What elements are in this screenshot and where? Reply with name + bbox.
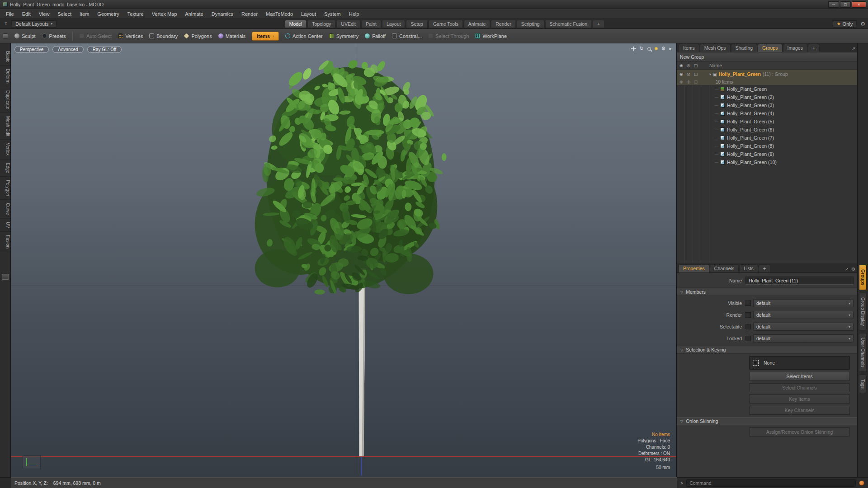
layout-tab-paint[interactable]: Paint bbox=[361, 20, 381, 28]
left-tab-mesh-edit[interactable]: Mesh Edit bbox=[0, 113, 10, 140]
selectable-state-icon[interactable] bbox=[745, 324, 751, 329]
select-items-button[interactable]: Select Items bbox=[749, 372, 850, 381]
eye-icon[interactable]: ◉ bbox=[679, 72, 684, 76]
tab-add[interactable]: + bbox=[759, 264, 770, 272]
name-input[interactable] bbox=[745, 277, 854, 285]
falloff-button[interactable]: Falloff bbox=[365, 33, 386, 39]
left-tab-duplicate[interactable]: Duplicate bbox=[0, 87, 10, 113]
menu-file[interactable]: File bbox=[2, 11, 18, 17]
rotate-icon[interactable]: ↻ bbox=[639, 46, 643, 52]
tab-items[interactable]: Items bbox=[679, 44, 699, 52]
tab-channels[interactable]: Channels bbox=[710, 264, 739, 272]
new-group-button[interactable]: New Group bbox=[677, 52, 857, 61]
expander-icon[interactable]: ▾ bbox=[709, 72, 711, 76]
locked-dropdown[interactable]: default ▾ bbox=[753, 334, 854, 343]
left-tab-edge[interactable]: Edge bbox=[0, 160, 10, 177]
layout-tab-animate[interactable]: Animate bbox=[464, 20, 491, 28]
side-tab-user-channels[interactable]: User Channels bbox=[859, 333, 867, 372]
visible-state-icon[interactable] bbox=[745, 300, 751, 306]
tab-shading[interactable]: Shading bbox=[731, 44, 758, 52]
tab-properties[interactable]: Properties bbox=[679, 264, 709, 272]
assign-onion-skinning-button[interactable]: Assign/Remove Onion Skinning bbox=[749, 427, 850, 436]
group-item-row[interactable]: Holly_Plant_Green bbox=[677, 85, 857, 93]
shading-icon[interactable] bbox=[655, 47, 658, 50]
layout-tab-setup[interactable]: Setup bbox=[406, 20, 427, 28]
expand-panel-icon[interactable]: ↗ bbox=[845, 267, 849, 272]
menu-maxtomodo[interactable]: MaxToModo bbox=[262, 11, 297, 17]
render-state-icon[interactable] bbox=[745, 312, 751, 318]
tab-lists[interactable]: Lists bbox=[739, 264, 758, 272]
layout-tab-topology[interactable]: Topology bbox=[307, 20, 335, 28]
visible-dropdown[interactable]: default ▾ bbox=[753, 299, 854, 307]
viewport-menu-icon[interactable]: ▸ bbox=[669, 46, 672, 52]
menu-render[interactable]: Render bbox=[237, 11, 262, 17]
materials-button[interactable]: Materials bbox=[218, 33, 246, 39]
group-item-row[interactable]: Holly_Plant_Green (5) bbox=[677, 117, 857, 126]
action-center-button[interactable]: Action Center bbox=[285, 33, 323, 39]
left-tab-polygon[interactable]: Polygon bbox=[0, 177, 10, 200]
menu-geometry[interactable]: Geometry bbox=[93, 11, 123, 17]
lock-column-icon[interactable]: ▢ bbox=[693, 63, 698, 68]
minimize-button[interactable]: ─ bbox=[828, 1, 839, 8]
presets-button[interactable]: Presets bbox=[42, 33, 66, 39]
layout-tab-schematic-fusion[interactable]: Schematic Fusion bbox=[545, 20, 592, 28]
items-mode-button[interactable]: Items › bbox=[252, 32, 279, 41]
perspective-button[interactable]: Perspective bbox=[14, 46, 49, 53]
auto-select-button[interactable]: Auto Select bbox=[79, 33, 112, 39]
render-dot-icon[interactable]: ◎ bbox=[686, 72, 691, 76]
layout-tab-game-tools[interactable]: Game Tools bbox=[429, 20, 463, 28]
lock-box-icon[interactable]: ▢ bbox=[693, 72, 698, 76]
group-item-row[interactable]: Holly_Plant_Green (2) bbox=[677, 93, 857, 101]
selectable-dropdown[interactable]: default ▾ bbox=[753, 323, 854, 331]
key-channels-button[interactable]: Key Channels bbox=[749, 406, 850, 415]
polygons-button[interactable]: Polygons bbox=[184, 33, 212, 39]
layout-tab-layout[interactable]: Layout bbox=[382, 20, 406, 28]
locked-state-icon[interactable] bbox=[745, 336, 751, 341]
group-item-row[interactable]: Holly_Plant_Green (9) bbox=[677, 150, 857, 158]
tab-add[interactable]: + bbox=[808, 44, 820, 52]
symmetry-button[interactable]: Symmetry bbox=[329, 33, 359, 39]
menu-item[interactable]: Item bbox=[75, 11, 93, 17]
layout-tab-add[interactable]: + bbox=[593, 20, 604, 28]
left-tab-uv[interactable]: UV bbox=[0, 219, 10, 232]
menu-help[interactable]: Help bbox=[345, 11, 363, 17]
onion-skinning-section-header[interactable]: ▽ Onion Skinning bbox=[677, 417, 857, 425]
raygl-button[interactable]: Ray GL: Off bbox=[87, 46, 122, 53]
pan-icon[interactable] bbox=[631, 47, 636, 51]
visibility-column-icon[interactable]: ◉ bbox=[679, 63, 684, 68]
viewport-settings-icon[interactable]: ⚙ bbox=[661, 46, 666, 52]
side-tab-tags[interactable]: Tags bbox=[859, 375, 867, 393]
render-column-icon[interactable]: ◎ bbox=[686, 63, 691, 68]
group-item-row[interactable]: Holly_Plant_Green (3) bbox=[677, 101, 857, 109]
layout-tab-render[interactable]: Render bbox=[491, 20, 515, 28]
workplane-button[interactable]: WorkPlane bbox=[475, 33, 507, 39]
zoom-icon[interactable] bbox=[647, 47, 651, 51]
menu-texture[interactable]: Texture bbox=[123, 11, 148, 17]
default-layouts-dropdown[interactable]: Default Layouts ▾ bbox=[11, 20, 57, 28]
menu-vertex-map[interactable]: Vertex Map bbox=[148, 11, 181, 17]
left-tab-vertex[interactable]: Vertex bbox=[0, 140, 10, 159]
side-tab-groups[interactable]: Groups bbox=[859, 265, 867, 290]
sculpt-button[interactable]: Sculpt bbox=[14, 33, 36, 39]
tab-images[interactable]: Images bbox=[783, 44, 807, 52]
palette-icon[interactable] bbox=[2, 274, 9, 280]
viewport-3d[interactable]: Perspective Advanced Ray GL: Off ↻ ⚙ ▸ N… bbox=[11, 43, 677, 477]
select-through-button[interactable]: Select Through bbox=[428, 33, 469, 39]
members-section-header[interactable]: ▽ Members bbox=[677, 288, 857, 296]
key-items-button[interactable]: Key Items bbox=[749, 394, 850, 404]
layout-tab-model[interactable]: Model bbox=[285, 20, 307, 28]
constraints-button[interactable]: Constrai... bbox=[392, 33, 422, 39]
panel-settings-icon[interactable]: ⚙ bbox=[851, 267, 855, 272]
group-item-row[interactable]: Holly_Plant_Green (10) bbox=[677, 158, 857, 166]
layout-tab-uvedit[interactable]: UVEdit bbox=[336, 20, 360, 28]
advanced-button[interactable]: Advanced bbox=[52, 46, 83, 53]
menu-edit[interactable]: Edit bbox=[18, 11, 35, 17]
maximize-button[interactable]: □ bbox=[840, 1, 851, 8]
menu-select[interactable]: Select bbox=[53, 11, 75, 17]
close-button[interactable]: × bbox=[852, 1, 866, 8]
menu-dynamics[interactable]: Dynamics bbox=[208, 11, 237, 17]
group-item-row[interactable]: Holly_Plant_Green (4) bbox=[677, 109, 857, 117]
menu-layout[interactable]: Layout bbox=[297, 11, 320, 17]
none-item-button[interactable]: None bbox=[749, 356, 850, 370]
vertices-button[interactable]: Vertices bbox=[118, 33, 143, 39]
